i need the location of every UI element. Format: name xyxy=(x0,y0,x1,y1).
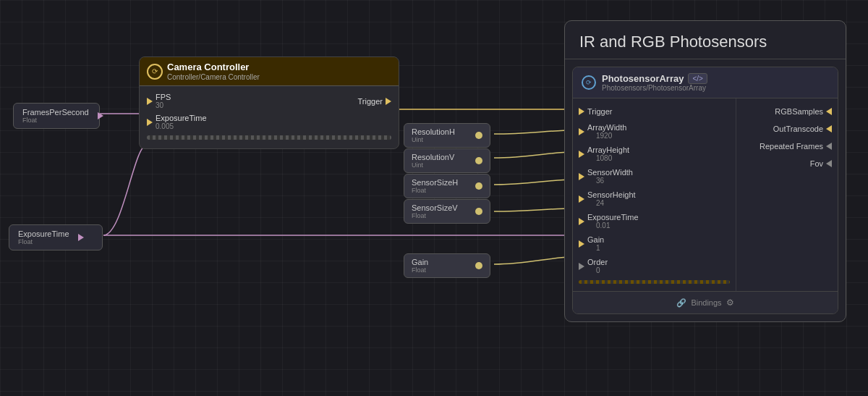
photosensor-panel: IR and RGB Photosensors ⟳ PhotosensorArr… xyxy=(564,20,846,322)
exposuretime-in-pin xyxy=(579,218,584,225)
camera-controller-title: Camera Controller xyxy=(167,62,260,72)
photosensor-inputs: Trigger ArrayWidth 1920 ArrayHeight 1080 xyxy=(573,98,736,291)
photosensor-outputs: RGBSamples OutTranscode Repeated Frames … xyxy=(736,98,838,291)
sensorwidth-label: SensorWidth xyxy=(587,168,633,177)
ps-repeatedframes-row: Repeated Frames xyxy=(736,138,838,155)
res-h-output-pin xyxy=(475,132,482,139)
sensorwidth-value: 36 xyxy=(596,177,633,185)
code-tag: </> xyxy=(688,73,707,84)
order-label: Order xyxy=(587,258,608,266)
fps-value: 30 xyxy=(156,101,171,109)
exposuretime-value: 0.01 xyxy=(596,222,639,229)
photosensor-icon: ⟳ xyxy=(582,75,596,90)
camera-progress-inner xyxy=(147,135,391,140)
sensorheight-in-pin xyxy=(579,195,584,203)
ps-order-row: Order 0 xyxy=(573,255,736,277)
fov-out-pin xyxy=(826,160,832,167)
photosensor-body: Trigger ArrayWidth 1920 ArrayHeight 1080 xyxy=(573,98,838,291)
photosensor-subtitle: Photosensors/PhotosensorArray xyxy=(602,84,829,92)
fps-input-pin xyxy=(147,98,153,105)
ps-progress-inner xyxy=(579,280,730,284)
gain-output-pin xyxy=(475,262,482,269)
res-v-label: ResolutionV xyxy=(412,153,454,161)
sensor-size-v-node: SensorSizeV Float xyxy=(404,199,490,224)
exposure-node-sublabel: Float xyxy=(18,238,69,245)
frames-per-second-node: FramesPerSecond Float xyxy=(13,103,100,129)
photosensor-inner-node: ⟳ PhotosensorArray </> Photosensors/Phot… xyxy=(572,67,838,314)
sensor-v-sublabel: Float xyxy=(412,212,458,219)
ps-trigger-row: Trigger xyxy=(573,103,736,120)
photosensor-title: PhotosensorArray xyxy=(602,73,684,84)
bindings-settings-icon: ⚙ xyxy=(726,298,734,308)
ps-gain-row: Gain 1 xyxy=(573,232,736,255)
sensorheight-label: SensorHeight xyxy=(587,190,636,199)
gain-in-label: Gain xyxy=(587,235,604,244)
bindings-bar[interactable]: 🔗 Bindings ⚙ xyxy=(573,291,838,313)
fps-node-label: FramesPerSecond xyxy=(22,108,89,117)
trigger-output-pin xyxy=(386,98,391,105)
arraywidth-label: ArrayWidth xyxy=(587,123,626,132)
sensorheight-value: 24 xyxy=(596,199,636,207)
gain-node: Gain Float xyxy=(404,253,490,278)
ps-arrayheight-row: ArrayHeight 1080 xyxy=(573,143,736,165)
ps-exposuretime-row: ExposureTime 0.01 xyxy=(573,210,736,232)
sensor-h-label: SensorSizeH xyxy=(412,178,458,187)
ps-arraywidth-row: ArrayWidth 1920 xyxy=(573,120,736,143)
repeatedframes-label: Repeated Frames xyxy=(760,142,823,151)
ps-fov-row: Fov xyxy=(736,155,838,172)
trigger-in-pin xyxy=(579,108,584,115)
bindings-label: Bindings xyxy=(691,298,721,307)
exposure-input-pin xyxy=(147,119,153,126)
repeatedframes-out-pin xyxy=(826,143,832,150)
camera-progress-bar xyxy=(147,135,391,140)
panel-title: IR and RGB Photosensors xyxy=(565,21,846,59)
res-v-output-pin xyxy=(475,157,482,164)
arraywidth-value: 1920 xyxy=(596,132,626,140)
exposuretime-label: ExposureTime xyxy=(587,213,639,222)
ps-sensorheight-row: SensorHeight 24 xyxy=(573,188,736,210)
res-v-sublabel: Uint xyxy=(412,161,454,169)
gain-in-pin xyxy=(579,240,584,248)
trigger-label: Trigger xyxy=(358,97,383,106)
resolution-v-node: ResolutionV Uint xyxy=(404,148,490,173)
gain-in-value: 1 xyxy=(596,244,604,252)
fps-row: FPS 30 Trigger xyxy=(140,90,399,111)
fps-label: FPS xyxy=(156,93,171,101)
exposure-output-pin xyxy=(78,234,84,241)
sensor-v-output-pin xyxy=(475,208,482,215)
outtranscode-out-pin xyxy=(826,125,832,132)
res-h-sublabel: Uint xyxy=(412,136,455,143)
arraywidth-in-pin xyxy=(579,128,584,135)
exposure-value: 0.005 xyxy=(156,122,207,130)
camera-controller-header: ⟳ Camera Controller Controller/Camera Co… xyxy=(140,57,399,86)
outtranscode-label: OutTranscode xyxy=(773,125,823,133)
exposure-label: ExposureTime xyxy=(156,114,207,122)
exposure-node-label: ExposureTime xyxy=(18,229,69,238)
camera-controller-subtitle: Controller/Camera Controller xyxy=(167,73,260,81)
res-h-label: ResolutionH xyxy=(412,127,455,136)
order-value: 0 xyxy=(596,266,608,274)
rgbsamples-label: RGBSamples xyxy=(775,107,823,116)
rgbsamples-out-pin xyxy=(826,108,832,115)
fov-label: Fov xyxy=(810,159,823,168)
photosensor-header: ⟳ PhotosensorArray </> Photosensors/Phot… xyxy=(573,67,838,98)
ps-rgbsamples-row: RGBSamples xyxy=(736,103,838,120)
arrayheight-label: ArrayHeight xyxy=(587,146,629,154)
resolution-h-node: ResolutionH Uint xyxy=(404,123,490,148)
arrayheight-in-pin xyxy=(579,151,584,158)
gain-sublabel: Float xyxy=(412,266,428,274)
camera-controller-node: ⟳ Camera Controller Controller/Camera Co… xyxy=(139,56,399,149)
fps-output-pin xyxy=(98,112,103,119)
camera-controller-body: FPS 30 Trigger ExposureTime 0.005 xyxy=(140,86,399,148)
ps-sensorwidth-row: SensorWidth 36 xyxy=(573,165,736,188)
gain-label: Gain xyxy=(412,258,428,266)
trigger-in-label: Trigger xyxy=(587,107,612,116)
ps-progress-bar xyxy=(579,280,730,284)
ps-outtranscode-row: OutTranscode xyxy=(736,120,838,138)
sensor-size-h-node: SensorSizeH Float xyxy=(404,174,490,198)
sensorwidth-in-pin xyxy=(579,173,584,180)
exposure-row: ExposureTime 0.005 xyxy=(140,111,399,132)
sensor-h-output-pin xyxy=(475,182,482,190)
sensor-v-label: SensorSizeV xyxy=(412,203,458,212)
link-icon: 🔗 xyxy=(676,298,686,308)
